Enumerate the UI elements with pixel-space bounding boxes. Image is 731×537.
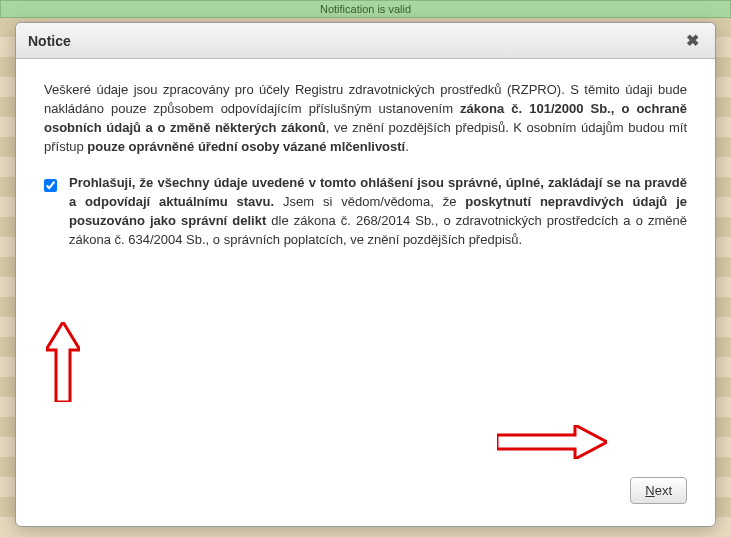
next-rest: ext	[655, 483, 672, 498]
close-icon[interactable]: ✖	[682, 31, 703, 50]
notification-text: Notification is valid	[320, 3, 411, 15]
svg-marker-0	[46, 322, 80, 402]
modal-footer: Next	[16, 477, 715, 526]
modal-body: Veškeré údaje jsou zpracovány pro účely …	[16, 59, 715, 477]
notification-banner: Notification is valid	[0, 0, 731, 18]
declaration-row: Prohlašuji, že všechny údaje uvedené v t…	[44, 174, 687, 249]
annotation-arrow-up-icon	[46, 322, 80, 402]
next-button[interactable]: Next	[630, 477, 687, 504]
notice-modal: Notice ✖ Veškeré údaje jsou zpracovány p…	[15, 22, 716, 527]
decl-text-1: Jsem si vědom/vědoma, že	[274, 194, 465, 209]
intro-paragraph: Veškeré údaje jsou zpracovány pro účely …	[44, 81, 687, 156]
next-mnemonic: N	[645, 483, 654, 498]
annotation-arrow-right-icon	[497, 425, 607, 459]
svg-marker-1	[497, 425, 607, 459]
modal-header: Notice ✖	[16, 23, 715, 59]
modal-title: Notice	[28, 33, 71, 49]
declaration-checkbox[interactable]	[44, 179, 57, 192]
declaration-paragraph: Prohlašuji, že všechny údaje uvedené v t…	[69, 174, 687, 249]
intro-bold-2: pouze oprávněné úřední osoby vázané mlče…	[87, 139, 405, 154]
intro-text-3: .	[405, 139, 409, 154]
